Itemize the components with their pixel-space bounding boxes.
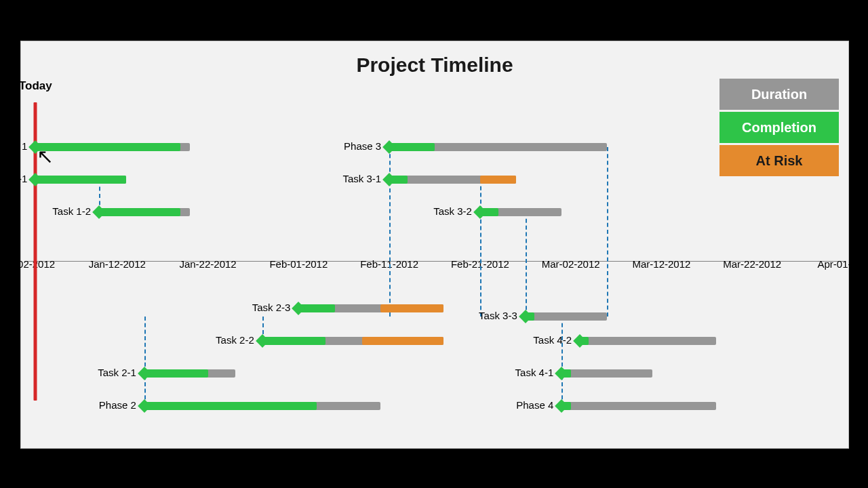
today-label: Today <box>19 79 52 93</box>
task-bar: Task 2-1 <box>144 369 235 378</box>
bar-at-risk <box>380 304 444 312</box>
task-bar: Phase 3 <box>389 143 607 151</box>
x-tick-label: Feb-01-2012 <box>269 258 328 270</box>
x-axis <box>24 261 845 262</box>
bar-at-risk <box>362 337 443 345</box>
task-bar: Task 4-2 <box>580 337 716 345</box>
task-label: Task 2-1 <box>98 367 136 378</box>
task-label: Phase 3 <box>344 140 381 152</box>
task-label: Task 4-2 <box>533 334 572 346</box>
x-tick-label: Jan-02-2012 <box>0 258 55 270</box>
x-tick-label: Apr-01-201 <box>817 258 868 270</box>
bar-completion <box>144 402 317 410</box>
task-bar: Task 1-2 <box>99 208 190 216</box>
x-tick-label: Mar-02-2012 <box>542 258 600 270</box>
bar-completion <box>262 337 326 345</box>
task-bar: Task 4-1 <box>561 369 652 378</box>
x-tick-label: Jan-12-2012 <box>89 258 146 270</box>
legend-completion: Completion <box>719 112 839 143</box>
task-bar: Task 2-2 <box>262 337 444 345</box>
legend: Duration Completion At Risk <box>719 79 839 176</box>
bar-completion <box>35 143 180 151</box>
task-label: Task 2-2 <box>216 334 254 346</box>
task-bar: Task 3-2 <box>480 208 561 216</box>
connector <box>389 147 391 317</box>
bar-duration <box>561 369 652 378</box>
task-label: Task 3-1 <box>342 173 381 184</box>
bar-completion <box>389 143 435 151</box>
task-bar: Task 3-1 <box>389 176 516 184</box>
connector <box>607 147 608 317</box>
task-bar: Task 2-3 <box>298 304 443 312</box>
task-bar: Phase 1 <box>35 143 189 151</box>
x-tick-label: Mar-12-2012 <box>632 258 690 270</box>
task-label: Task 2-3 <box>252 302 291 313</box>
connector <box>526 212 527 317</box>
task-label: Phase 2 <box>99 399 136 411</box>
task-bar: Phase 2 <box>144 402 380 410</box>
connector <box>480 180 481 317</box>
task-bar: Task 1-1 <box>35 176 126 184</box>
connector <box>144 317 146 406</box>
legend-duration: Duration <box>719 79 839 110</box>
task-label: Phase 4 <box>516 399 553 411</box>
chart-canvas: Project Timeline Jan-02-2012Jan-12-2012J… <box>20 41 849 449</box>
x-tick-label: Mar-22-2012 <box>723 258 781 270</box>
bar-completion <box>99 208 180 216</box>
task-label: Phase 1 <box>0 140 27 152</box>
task-label: Task 4-1 <box>515 367 554 378</box>
legend-at-risk: At Risk <box>719 145 839 176</box>
task-label: Task 3-2 <box>433 205 472 217</box>
bar-duration <box>580 337 716 345</box>
bar-duration <box>526 312 607 321</box>
x-tick-label: Jan-22-2012 <box>179 258 236 270</box>
task-label: Task 3-3 <box>479 310 517 321</box>
bar-completion <box>144 369 208 378</box>
bar-completion <box>35 176 126 184</box>
task-bar: Task 3-3 <box>526 312 607 321</box>
bar-duration <box>561 402 715 410</box>
connector <box>561 317 563 406</box>
task-label: Task 1-1 <box>0 173 27 184</box>
task-label: Task 1-2 <box>52 205 91 217</box>
task-bar: Phase 4 <box>561 402 715 410</box>
bar-at-risk <box>480 176 517 184</box>
